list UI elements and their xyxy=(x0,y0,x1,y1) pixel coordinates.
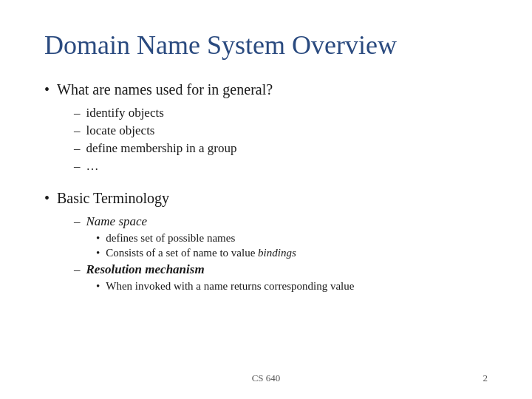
sub-sub-item-2-2-1: • When invoked with a name returns corre… xyxy=(96,280,488,293)
bullet-dot-1: • xyxy=(44,81,50,98)
sub-sub-item-2-1-2: • Consists of a set of name to value bin… xyxy=(96,247,488,259)
section-2: • Basic Terminology – Name space • defin… xyxy=(44,190,488,297)
dash-1-3: – xyxy=(74,141,81,156)
footer-center: CS 640 xyxy=(0,372,532,384)
sub-list-2: – Name space • defines set of possible n… xyxy=(74,214,488,293)
sub-sub-item-2-1-1: • defines set of possible names xyxy=(96,232,488,245)
dash-1-4: – xyxy=(74,159,81,174)
section-1: • What are names used for in general? – … xyxy=(44,81,488,178)
slide-title: Domain Name System Overview xyxy=(44,30,488,61)
sub-item-1-1: – identify objects xyxy=(74,106,488,120)
sub-item-1-4: – … xyxy=(74,159,488,174)
footer-page: 2 xyxy=(483,372,488,384)
sub-item-text-1-4: … xyxy=(86,159,99,174)
slide: Domain Name System Overview • What are n… xyxy=(0,0,532,399)
sub-sub-dot-2-2-1: • xyxy=(96,280,100,293)
bullet-dot-2: • xyxy=(44,190,50,207)
sub-item-2-1: – Name space xyxy=(74,214,488,229)
dash-2-2: – xyxy=(74,262,81,277)
bullet-main-2: • Basic Terminology xyxy=(44,190,488,207)
footer-page-number: 2 xyxy=(483,372,488,383)
bullet-main-text-2: Basic Terminology xyxy=(57,190,169,207)
sub-item-text-1-1: identify objects xyxy=(86,106,164,120)
sub-sub-dot-2-1-1: • xyxy=(96,232,100,245)
bullet-main-text-1: What are names used for in general? xyxy=(57,81,273,98)
sub-item-text-1-3: define membership in a group xyxy=(86,141,237,156)
sub-sub-text-2-1-2: Consists of a set of name to value bindi… xyxy=(106,247,296,259)
dash-1-2: – xyxy=(74,123,81,138)
sub-sub-text-2-2-1: When invoked with a name returns corresp… xyxy=(106,280,354,293)
footer-center-text: CS 640 xyxy=(252,372,281,384)
sub-sub-dot-2-1-2: • xyxy=(96,247,100,259)
sub-sub-list-2-2: • When invoked with a name returns corre… xyxy=(96,280,488,293)
dash-2-1: – xyxy=(74,214,81,229)
dash-1-1: – xyxy=(74,106,81,120)
bullet-main-1: • What are names used for in general? xyxy=(44,81,488,98)
sub-item-label-2-2: Resolution mechanism xyxy=(86,262,205,277)
bindings-italic: bindings xyxy=(258,247,296,259)
sub-item-2-2: – Resolution mechanism xyxy=(74,262,488,277)
sub-sub-list-2-1: • defines set of possible names • Consis… xyxy=(96,232,488,259)
sub-item-1-3: – define membership in a group xyxy=(74,141,488,156)
sub-item-label-2-1: Name space xyxy=(86,214,148,229)
sub-list-1: – identify objects – locate objects – de… xyxy=(74,106,488,174)
sub-item-text-1-2: locate objects xyxy=(86,123,155,138)
sub-item-1-2: – locate objects xyxy=(74,123,488,138)
sub-sub-text-2-1-1: defines set of possible names xyxy=(106,232,235,245)
